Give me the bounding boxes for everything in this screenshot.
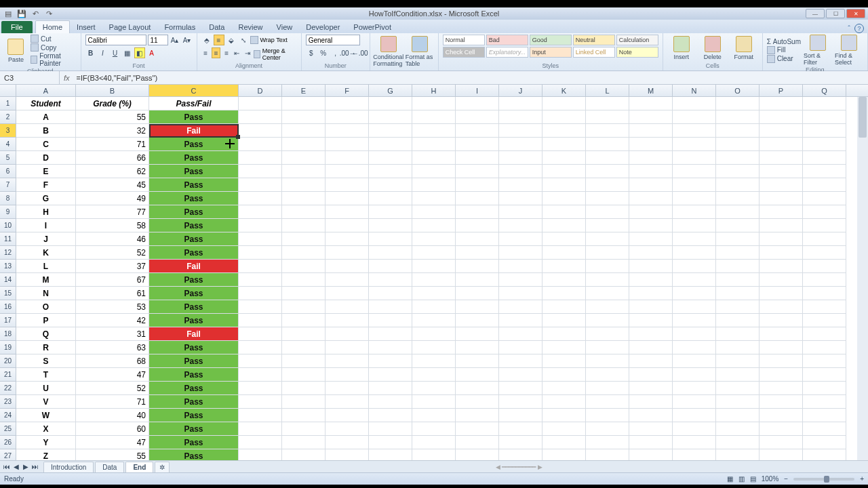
merge-center-button[interactable]: Merge & Center (254, 47, 297, 61)
cell[interactable] (456, 287, 499, 300)
row-header[interactable]: 8 (0, 192, 16, 205)
cell[interactable] (803, 327, 846, 341)
cell[interactable] (412, 341, 456, 354)
cell[interactable] (629, 246, 673, 260)
cell[interactable]: Pass (149, 165, 239, 178)
maximize-button[interactable]: ☐ (826, 9, 845, 18)
cell[interactable] (673, 354, 716, 368)
cell[interactable] (760, 314, 803, 327)
style-normal[interactable]: Normal (443, 35, 485, 45)
cell[interactable]: Pass (149, 246, 239, 260)
cell[interactable] (760, 110, 803, 124)
cell[interactable] (239, 260, 282, 273)
cell[interactable]: 52 (76, 382, 149, 395)
cell[interactable] (412, 138, 456, 151)
cell[interactable] (586, 327, 629, 341)
excel-icon[interactable]: ▤ (3, 8, 14, 19)
cell[interactable] (499, 138, 542, 151)
cell[interactable]: Pass (149, 151, 239, 165)
cell[interactable]: 77 (76, 205, 149, 219)
cell[interactable] (456, 232, 499, 246)
cell[interactable] (239, 327, 282, 341)
cell[interactable] (542, 409, 586, 422)
cell[interactable] (803, 205, 846, 219)
cell[interactable] (673, 97, 716, 110)
cell[interactable] (282, 409, 326, 422)
cell[interactable]: Pass (149, 395, 239, 409)
cell[interactable] (282, 124, 326, 138)
cell[interactable] (326, 436, 369, 449)
format-cells-button[interactable]: Format (730, 36, 758, 60)
cell[interactable] (326, 165, 369, 178)
cell[interactable] (239, 314, 282, 327)
redo-icon[interactable]: ↷ (43, 8, 54, 19)
cell[interactable] (412, 395, 456, 409)
cell[interactable] (673, 110, 716, 124)
cell[interactable] (629, 260, 673, 273)
align-center-icon[interactable]: ≡ (212, 47, 220, 58)
bold-button[interactable]: B (85, 47, 96, 58)
row-header[interactable]: 18 (0, 327, 16, 341)
cell[interactable] (673, 192, 716, 205)
cell[interactable] (629, 192, 673, 205)
cell[interactable] (542, 124, 586, 138)
cell[interactable] (629, 327, 673, 341)
cell[interactable] (760, 151, 803, 165)
tab-view[interactable]: View (270, 21, 300, 33)
cell[interactable] (239, 300, 282, 314)
row-header[interactable]: 3 (0, 124, 16, 138)
cell[interactable] (673, 273, 716, 287)
cell[interactable] (412, 232, 456, 246)
cell[interactable] (456, 395, 499, 409)
cell[interactable] (760, 205, 803, 219)
cell[interactable] (239, 382, 282, 395)
cell[interactable] (282, 395, 326, 409)
cell[interactable] (760, 165, 803, 178)
cell[interactable] (586, 395, 629, 409)
cell[interactable] (499, 382, 542, 395)
cell[interactable] (369, 436, 412, 449)
cell[interactable]: 55 (76, 110, 149, 124)
cell[interactable] (629, 205, 673, 219)
cell[interactable] (326, 341, 369, 354)
number-format-select[interactable] (306, 35, 360, 45)
row-header[interactable]: 10 (0, 219, 16, 232)
cell[interactable] (369, 110, 412, 124)
cell[interactable] (542, 110, 586, 124)
cell[interactable] (456, 354, 499, 368)
cell[interactable] (716, 449, 760, 460)
cell[interactable] (456, 165, 499, 178)
style-neutral[interactable]: Neutral (573, 35, 615, 45)
cell[interactable] (326, 314, 369, 327)
cell[interactable] (369, 300, 412, 314)
cell[interactable] (803, 178, 846, 192)
cell[interactable] (629, 110, 673, 124)
cell[interactable]: C (16, 138, 76, 151)
cell[interactable] (239, 287, 282, 300)
cell[interactable] (239, 395, 282, 409)
col-header[interactable]: K (542, 85, 586, 96)
cell[interactable] (760, 436, 803, 449)
cell[interactable] (803, 287, 846, 300)
cell[interactable] (673, 314, 716, 327)
cell[interactable] (803, 341, 846, 354)
cell[interactable] (542, 97, 586, 110)
cell[interactable]: M (16, 273, 76, 287)
row-header[interactable]: 17 (0, 314, 16, 327)
cell[interactable] (369, 219, 412, 232)
help-icon[interactable]: ? (854, 24, 864, 33)
horizontal-scrollbar[interactable]: ◀ ━━━━━━━━━━ ▶ (170, 464, 868, 470)
cell[interactable] (326, 192, 369, 205)
cell[interactable] (239, 124, 282, 138)
cell[interactable] (629, 449, 673, 460)
cell[interactable] (673, 205, 716, 219)
cell[interactable] (760, 97, 803, 110)
cell[interactable] (412, 422, 456, 436)
cell[interactable] (369, 124, 412, 138)
zoom-out-button[interactable]: − (784, 475, 788, 483)
cell[interactable] (456, 327, 499, 341)
align-right-icon[interactable]: ≡ (222, 47, 231, 58)
cell[interactable] (629, 368, 673, 382)
select-all-corner[interactable] (0, 85, 16, 96)
cell[interactable]: E (16, 165, 76, 178)
